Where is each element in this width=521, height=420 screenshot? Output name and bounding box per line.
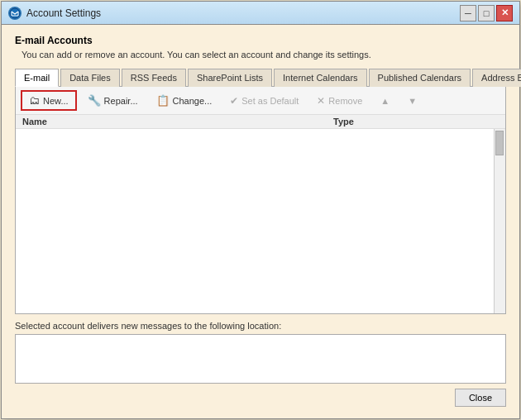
set-default-button: ✔ Set as Default	[222, 92, 306, 110]
footer-location-box	[15, 334, 506, 384]
content-area: E-mail Accounts You can add or remove an…	[2, 25, 519, 418]
window-title: Account Settings	[26, 7, 101, 19]
change-button[interactable]: 📋 Change...	[149, 91, 220, 110]
move-down-button: ▼	[400, 93, 424, 109]
email-toolbar: 🗂 New... 🔧 Repair... 📋 Change... ✔ Set a…	[16, 87, 505, 115]
footer-text: Selected account delivers new messages t…	[15, 321, 506, 331]
email-table-body[interactable]	[16, 129, 505, 313]
x-icon: ✕	[317, 95, 325, 107]
tab-internet-calendars[interactable]: Internet Calendars	[274, 69, 367, 87]
close-dialog-button[interactable]: Close	[455, 389, 506, 407]
header-section: E-mail Accounts You can add or remove an…	[15, 35, 506, 60]
new-button[interactable]: 🗂 New...	[21, 90, 77, 111]
close-button[interactable]: ✕	[496, 5, 513, 21]
remove-label: Remove	[328, 96, 362, 106]
col-type-header: Type	[333, 117, 499, 126]
new-label: New...	[43, 96, 69, 106]
check-icon: ✔	[230, 95, 238, 107]
tab-address-books[interactable]: Address Books	[472, 69, 521, 87]
scrollbar-track[interactable]	[494, 129, 505, 313]
bottom-buttons: Close	[15, 389, 506, 407]
remove-button: ✕ Remove	[309, 92, 370, 110]
tab-sharepoint[interactable]: SharePoint Lists	[188, 69, 272, 87]
tab-rss-feeds[interactable]: RSS Feeds	[122, 69, 186, 87]
app-icon	[8, 7, 22, 20]
scrollbar-thumb[interactable]	[495, 131, 504, 155]
title-bar-buttons: ─ □ ✕	[460, 5, 513, 21]
header-title: E-mail Accounts	[15, 35, 506, 46]
footer-section: Selected account delivers new messages t…	[15, 314, 506, 410]
title-bar: Account Settings ─ □ ✕	[2, 2, 519, 25]
down-arrow-icon: ▼	[408, 96, 417, 106]
minimize-button[interactable]: ─	[460, 5, 476, 21]
tab-published-calendars[interactable]: Published Calendars	[369, 69, 471, 87]
repair-button[interactable]: 🔧 Repair...	[80, 91, 146, 110]
repair-label: Repair...	[104, 96, 138, 106]
maximize-button[interactable]: □	[478, 5, 495, 21]
table-header: Name Type	[16, 115, 505, 129]
tab-email[interactable]: E-mail	[15, 69, 59, 87]
title-bar-left: Account Settings	[8, 7, 101, 20]
up-arrow-icon: ▲	[380, 96, 390, 106]
tabs-bar: E-mail Data Files RSS Feeds SharePoint L…	[15, 68, 506, 87]
email-panel: 🗂 New... 🔧 Repair... 📋 Change... ✔ Set a…	[15, 87, 506, 314]
move-up-button: ▲	[373, 93, 397, 109]
change-icon: 📋	[156, 94, 170, 107]
col-name-header: Name	[22, 117, 333, 126]
new-icon: 🗂	[29, 94, 40, 107]
tab-data-files[interactable]: Data Files	[60, 69, 120, 87]
set-default-label: Set as Default	[241, 96, 299, 106]
change-label: Change...	[173, 96, 213, 106]
repair-icon: 🔧	[88, 94, 101, 107]
header-description: You can add or remove an account. You ca…	[22, 50, 506, 60]
account-settings-window: Account Settings ─ □ ✕ E-mail Accounts Y…	[1, 1, 520, 419]
